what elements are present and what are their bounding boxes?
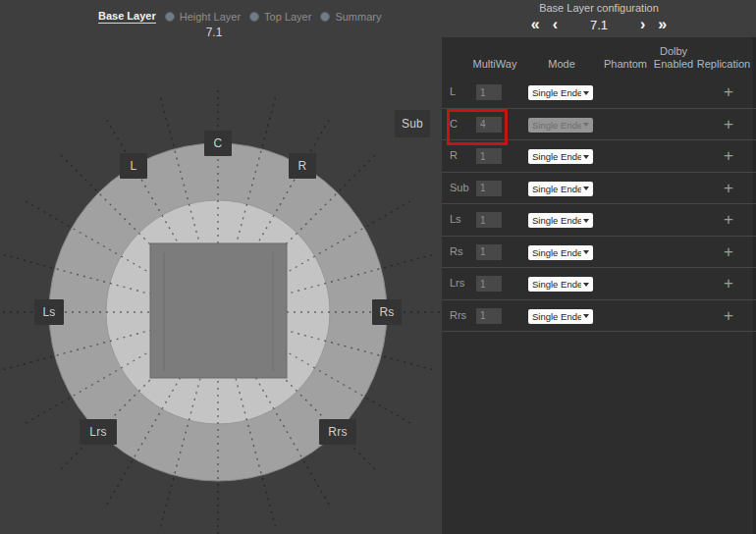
mode-select-value: Single Ended: [532, 184, 581, 194]
replication-add-button[interactable]: +: [712, 140, 745, 172]
mode-select-value: Single Ended: [532, 87, 581, 98]
mode-select[interactable]: Single Ended: [528, 309, 593, 324]
replication-add-button[interactable]: +: [712, 77, 745, 108]
column-header-dolby-enabled: Dolby Enabled: [649, 45, 698, 71]
config-panel-title: Base Layer configuration: [442, 2, 756, 14]
chevron-down-icon: [583, 91, 589, 95]
config-row-r: R Single Ended +: [442, 140, 756, 173]
config-row-rs: Rs Single Ended +: [442, 237, 756, 269]
chevron-down-icon: [583, 283, 589, 287]
replication-add-button[interactable]: +: [712, 300, 745, 332]
replication-add-button[interactable]: +: [712, 204, 745, 236]
listening-area-square: [150, 243, 287, 378]
mode-select-value: Single Ended: [532, 311, 581, 322]
nav-next-button[interactable]: ›: [640, 15, 645, 34]
radio-icon: [165, 12, 175, 22]
config-panel: Base Layer configuration « ‹ 7.1 › » Mul…: [442, 0, 756, 534]
multiway-input[interactable]: [476, 276, 502, 292]
config-row-rrs: Rrs Single Ended +: [442, 300, 756, 333]
tab-summary-label: Summary: [335, 11, 381, 23]
channel-label: Ls: [450, 204, 461, 235]
mode-select[interactable]: Single Ended: [528, 213, 593, 228]
nav-previous-button[interactable]: ‹: [553, 15, 558, 34]
column-header-mode: Mode: [532, 58, 591, 71]
column-header-replication: Replication: [694, 58, 753, 71]
nav-layout-value: 7.1: [570, 18, 627, 32]
mode-select[interactable]: Single Ended: [528, 245, 593, 260]
config-panel-header: Base Layer configuration « ‹ 7.1 › »: [442, 0, 756, 37]
layer-tab-bar: Base Layer Height Layer Top Layer Summar…: [98, 10, 381, 24]
mode-select-value: Single Ended: [532, 215, 581, 226]
speaker-label-r[interactable]: R: [289, 153, 316, 179]
multiway-input[interactable]: [476, 117, 502, 133]
channel-label: Lrs: [450, 268, 464, 298]
multiway-input[interactable]: [476, 308, 502, 324]
mode-select-value: Single Ended: [532, 151, 581, 162]
config-row-lrs: Lrs Single Ended +: [442, 268, 756, 300]
multiway-input[interactable]: [476, 84, 502, 100]
chevron-down-icon: [583, 250, 589, 254]
channel-config-table: MultiWay Mode Phantom Dolby Enabled Repl…: [442, 37, 756, 534]
chevron-down-icon: [583, 155, 589, 159]
speaker-label-sub[interactable]: Sub: [395, 110, 430, 137]
chevron-down-icon: [583, 219, 589, 223]
mode-select[interactable]: Single Ended: [528, 85, 593, 100]
column-header-multiway: MultiWay: [461, 58, 528, 71]
speaker-label-ls[interactable]: Ls: [34, 299, 64, 325]
channel-label: R: [450, 140, 458, 171]
selected-layout-value: 7.1: [194, 26, 234, 39]
tab-top-layer-label: Top Layer: [264, 11, 311, 23]
multiway-input[interactable]: [476, 244, 502, 260]
speaker-layout-panel: C L R Ls Rs Lrs Rrs Sub Base Layer Heigh…: [0, 0, 442, 534]
column-header-phantom: Phantom: [596, 58, 655, 71]
nav-first-button[interactable]: «: [531, 15, 540, 34]
tab-height-layer[interactable]: Height Layer: [165, 11, 241, 23]
mode-select[interactable]: Single Ended: [528, 182, 593, 196]
table-column-headers: MultiWay Mode Phantom Dolby Enabled Repl…: [442, 37, 756, 77]
radio-icon: [320, 12, 330, 22]
tab-summary[interactable]: Summary: [320, 11, 381, 23]
mode-select[interactable]: Single Ended: [528, 277, 593, 292]
chevron-down-icon: [583, 187, 589, 190]
multiway-input[interactable]: [476, 148, 502, 164]
speaker-label-l[interactable]: L: [120, 153, 147, 179]
tab-base-layer[interactable]: Base Layer: [98, 10, 156, 24]
channel-label: Rs: [450, 237, 462, 267]
mode-select-value: Single Ended: [532, 120, 581, 131]
config-row-sub: Sub Single Ended +: [442, 173, 756, 205]
speaker-label-rs[interactable]: Rs: [372, 299, 402, 325]
config-row-ls: Ls Single Ended +: [442, 204, 756, 237]
mode-select[interactable]: Single Ended: [528, 149, 593, 164]
mode-select-value: Single Ended: [532, 279, 581, 290]
layout-navigation: « ‹ 7.1 › »: [442, 14, 756, 35]
channel-label: L: [450, 77, 456, 107]
speaker-layout-diagram: [0, 0, 442, 534]
chevron-down-icon: [583, 314, 589, 318]
multiway-input[interactable]: [476, 212, 502, 228]
tab-top-layer[interactable]: Top Layer: [249, 11, 311, 23]
chevron-down-icon: [583, 123, 589, 127]
config-row-c: C Single Ended +: [442, 109, 756, 141]
multiway-input[interactable]: [476, 181, 502, 196]
nav-last-button[interactable]: »: [658, 15, 667, 34]
mode-select-disabled: Single Ended: [528, 118, 593, 133]
mode-select-value: Single Ended: [532, 247, 581, 258]
speaker-label-c[interactable]: C: [204, 131, 232, 156]
config-row-l: L Single Ended +: [442, 77, 756, 109]
speaker-label-lrs[interactable]: Lrs: [80, 419, 117, 445]
tab-height-layer-label: Height Layer: [180, 11, 241, 23]
channel-label: C: [450, 109, 458, 139]
table-rows: L Single Ended + C Single Ended + R: [442, 77, 756, 332]
radio-icon: [249, 12, 259, 22]
channel-label: Rrs: [450, 300, 466, 331]
replication-add-button[interactable]: +: [712, 237, 745, 268]
replication-add-button[interactable]: +: [712, 173, 745, 204]
channel-label: Sub: [450, 173, 469, 203]
replication-add-button[interactable]: +: [712, 109, 745, 140]
speaker-label-rrs[interactable]: Rrs: [319, 419, 356, 445]
replication-add-button[interactable]: +: [712, 268, 745, 299]
